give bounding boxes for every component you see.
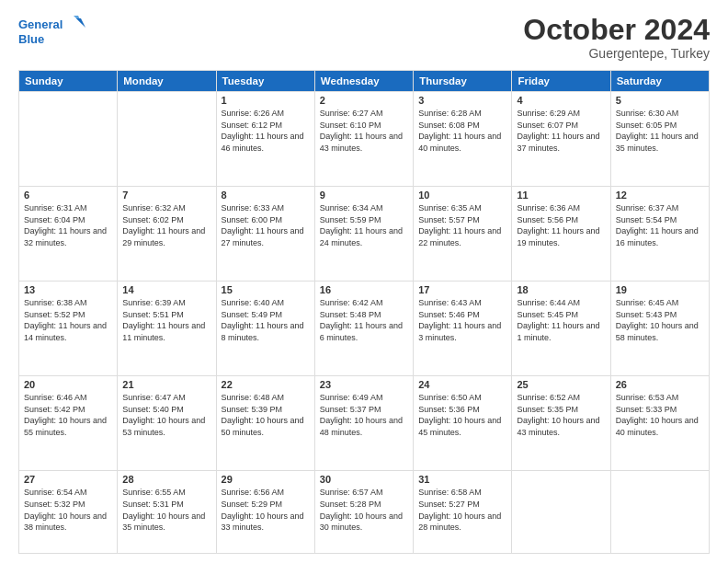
table-row: 4 Sunrise: 6:29 AMSunset: 6:07 PMDayligh… [512,92,610,187]
table-row: 7 Sunrise: 6:32 AMSunset: 6:02 PMDayligh… [118,187,216,282]
col-friday: Friday [512,71,610,92]
day-info: Sunrise: 6:44 AMSunset: 5:45 PMDaylight:… [517,298,599,342]
table-row: 1 Sunrise: 6:26 AMSunset: 6:12 PMDayligh… [216,92,314,187]
day-number: 1 [222,95,310,106]
table-row: 27 Sunrise: 6:54 AMSunset: 5:32 PMDaylig… [19,471,118,554]
table-row: 14 Sunrise: 6:39 AMSunset: 5:51 PMDaylig… [118,282,216,376]
day-number: 8 [222,190,310,201]
day-info: Sunrise: 6:29 AMSunset: 6:07 PMDaylight:… [517,109,599,153]
day-info: Sunrise: 6:48 AMSunset: 5:39 PMDaylight:… [222,393,304,437]
col-wednesday: Wednesday [314,71,413,92]
day-number: 6 [24,190,112,201]
col-saturday: Saturday [610,71,709,92]
day-info: Sunrise: 6:56 AMSunset: 5:29 PMDaylight:… [222,488,304,532]
day-info: Sunrise: 6:53 AMSunset: 5:33 PMDaylight:… [616,393,699,437]
day-number: 31 [418,474,506,485]
table-row: 29 Sunrise: 6:56 AMSunset: 5:29 PMDaylig… [216,471,314,554]
day-info: Sunrise: 6:49 AMSunset: 5:37 PMDaylight:… [320,393,403,437]
col-thursday: Thursday [414,71,512,92]
day-number: 14 [122,284,210,295]
day-number: 4 [517,95,605,106]
day-number: 24 [418,379,506,390]
table-row: 30 Sunrise: 6:57 AMSunset: 5:28 PMDaylig… [314,471,413,554]
location: Guergentepe, Turkey [523,46,710,61]
table-row: 10 Sunrise: 6:35 AMSunset: 5:57 PMDaylig… [414,187,512,282]
table-row [118,92,216,187]
calendar-header-row: Sunday Monday Tuesday Wednesday Thursday… [19,71,710,92]
svg-text:General: General [18,17,63,31]
month-title: October 2024 [523,14,710,46]
logo: General Blue [18,14,92,51]
day-info: Sunrise: 6:57 AMSunset: 5:28 PMDaylight:… [320,488,403,532]
day-number: 20 [24,379,112,390]
day-info: Sunrise: 6:33 AMSunset: 6:00 PMDaylight:… [222,203,304,247]
day-info: Sunrise: 6:36 AMSunset: 5:56 PMDaylight:… [517,203,599,247]
day-number: 23 [320,379,408,390]
col-sunday: Sunday [19,71,118,92]
title-section: October 2024 Guergentepe, Turkey [523,14,710,61]
day-info: Sunrise: 6:54 AMSunset: 5:32 PMDaylight:… [24,488,107,532]
table-row: 6 Sunrise: 6:31 AMSunset: 6:04 PMDayligh… [19,187,118,282]
table-row: 31 Sunrise: 6:58 AMSunset: 5:27 PMDaylig… [414,471,512,554]
day-info: Sunrise: 6:28 AMSunset: 6:08 PMDaylight:… [418,109,501,153]
table-row: 26 Sunrise: 6:53 AMSunset: 5:33 PMDaylig… [610,376,709,471]
day-info: Sunrise: 6:37 AMSunset: 5:54 PMDaylight:… [616,203,699,247]
col-tuesday: Tuesday [216,71,314,92]
day-number: 18 [517,284,605,295]
table-row [512,471,610,554]
logo-svg: General Blue [18,14,92,51]
day-info: Sunrise: 6:26 AMSunset: 6:12 PMDaylight:… [222,109,304,153]
day-number: 2 [320,95,408,106]
day-info: Sunrise: 6:46 AMSunset: 5:42 PMDaylight:… [24,393,107,437]
day-number: 27 [24,474,112,485]
day-info: Sunrise: 6:30 AMSunset: 6:05 PMDaylight:… [616,109,699,153]
day-number: 19 [616,284,704,295]
day-info: Sunrise: 6:55 AMSunset: 5:31 PMDaylight:… [122,488,205,532]
page: General Blue October 2024 Guergentepe, T… [0,0,728,563]
day-number: 3 [418,95,506,106]
day-number: 13 [24,284,112,295]
day-number: 15 [222,284,310,295]
day-info: Sunrise: 6:34 AMSunset: 5:59 PMDaylight:… [320,203,403,247]
calendar-table: Sunday Monday Tuesday Wednesday Thursday… [18,70,710,554]
table-row: 11 Sunrise: 6:36 AMSunset: 5:56 PMDaylig… [512,187,610,282]
day-info: Sunrise: 6:47 AMSunset: 5:40 PMDaylight:… [122,393,205,437]
table-row: 22 Sunrise: 6:48 AMSunset: 5:39 PMDaylig… [216,376,314,471]
day-info: Sunrise: 6:32 AMSunset: 6:02 PMDaylight:… [122,203,205,247]
svg-marker-3 [76,18,85,28]
header: General Blue October 2024 Guergentepe, T… [18,14,710,61]
day-number: 17 [418,284,506,295]
table-row: 3 Sunrise: 6:28 AMSunset: 6:08 PMDayligh… [414,92,512,187]
svg-text:Blue: Blue [18,32,44,46]
day-number: 22 [222,379,310,390]
day-number: 30 [320,474,408,485]
day-number: 26 [616,379,704,390]
table-row: 20 Sunrise: 6:46 AMSunset: 5:42 PMDaylig… [19,376,118,471]
day-number: 21 [122,379,210,390]
day-number: 9 [320,190,408,201]
table-row: 5 Sunrise: 6:30 AMSunset: 6:05 PMDayligh… [610,92,709,187]
table-row: 9 Sunrise: 6:34 AMSunset: 5:59 PMDayligh… [314,187,413,282]
table-row: 17 Sunrise: 6:43 AMSunset: 5:46 PMDaylig… [414,282,512,376]
day-number: 25 [517,379,605,390]
day-info: Sunrise: 6:45 AMSunset: 5:43 PMDaylight:… [616,298,699,342]
table-row: 19 Sunrise: 6:45 AMSunset: 5:43 PMDaylig… [610,282,709,376]
table-row: 2 Sunrise: 6:27 AMSunset: 6:10 PMDayligh… [314,92,413,187]
day-info: Sunrise: 6:43 AMSunset: 5:46 PMDaylight:… [418,298,501,342]
table-row: 28 Sunrise: 6:55 AMSunset: 5:31 PMDaylig… [118,471,216,554]
day-info: Sunrise: 6:50 AMSunset: 5:36 PMDaylight:… [418,393,501,437]
table-row: 23 Sunrise: 6:49 AMSunset: 5:37 PMDaylig… [314,376,413,471]
table-row: 21 Sunrise: 6:47 AMSunset: 5:40 PMDaylig… [118,376,216,471]
col-monday: Monday [118,71,216,92]
day-number: 5 [616,95,704,106]
day-info: Sunrise: 6:38 AMSunset: 5:52 PMDaylight:… [24,298,107,342]
day-number: 28 [122,474,210,485]
day-number: 12 [616,190,704,201]
day-info: Sunrise: 6:52 AMSunset: 5:35 PMDaylight:… [517,393,599,437]
table-row: 8 Sunrise: 6:33 AMSunset: 6:00 PMDayligh… [216,187,314,282]
table-row: 15 Sunrise: 6:40 AMSunset: 5:49 PMDaylig… [216,282,314,376]
day-info: Sunrise: 6:58 AMSunset: 5:27 PMDaylight:… [418,488,501,532]
day-info: Sunrise: 6:27 AMSunset: 6:10 PMDaylight:… [320,109,403,153]
table-row: 18 Sunrise: 6:44 AMSunset: 5:45 PMDaylig… [512,282,610,376]
day-number: 7 [122,190,210,201]
